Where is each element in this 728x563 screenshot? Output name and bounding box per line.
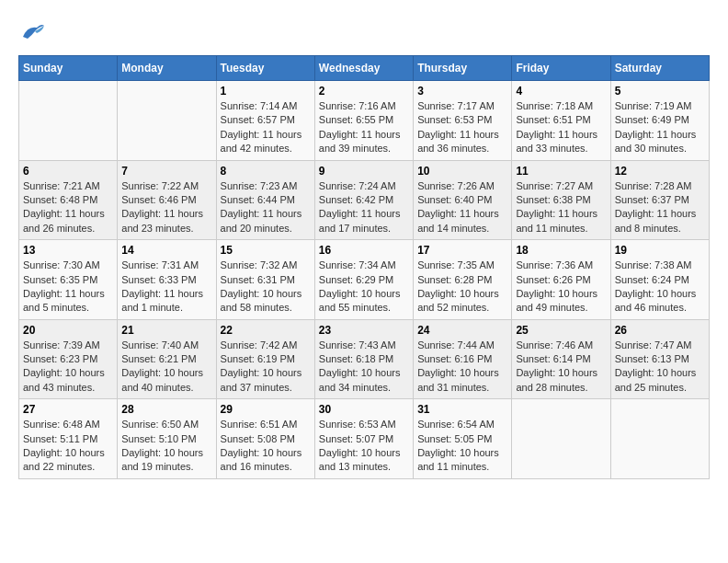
day-number: 17 xyxy=(417,244,507,257)
calendar-cell: 20Sunrise: 7:39 AM Sunset: 6:23 PM Dayli… xyxy=(19,319,118,399)
calendar-week-row: 6Sunrise: 7:21 AM Sunset: 6:48 PM Daylig… xyxy=(19,160,710,240)
day-info: Sunrise: 7:17 AM Sunset: 6:53 PM Dayligh… xyxy=(417,99,507,156)
day-info: Sunrise: 7:43 AM Sunset: 6:18 PM Dayligh… xyxy=(319,339,409,396)
day-info: Sunrise: 6:48 AM Sunset: 5:11 PM Dayligh… xyxy=(23,418,113,475)
day-number: 3 xyxy=(417,85,507,98)
day-info: Sunrise: 7:39 AM Sunset: 6:23 PM Dayligh… xyxy=(23,339,113,396)
calendar-cell: 24Sunrise: 7:44 AM Sunset: 6:16 PM Dayli… xyxy=(414,319,512,399)
calendar-cell xyxy=(610,399,709,479)
calendar-cell: 5Sunrise: 7:19 AM Sunset: 6:49 PM Daylig… xyxy=(610,81,709,161)
day-number: 2 xyxy=(319,85,409,98)
calendar-cell: 27Sunrise: 6:48 AM Sunset: 5:11 PM Dayli… xyxy=(19,399,118,479)
weekday-header: Wednesday xyxy=(314,56,413,81)
day-number: 13 xyxy=(23,244,113,257)
calendar-cell: 17Sunrise: 7:35 AM Sunset: 6:28 PM Dayli… xyxy=(414,240,512,320)
calendar-cell xyxy=(118,81,216,161)
day-info: Sunrise: 7:30 AM Sunset: 6:35 PM Dayligh… xyxy=(23,259,113,316)
day-info: Sunrise: 7:44 AM Sunset: 6:16 PM Dayligh… xyxy=(417,339,507,396)
day-number: 15 xyxy=(221,244,311,257)
calendar-cell: 6Sunrise: 7:21 AM Sunset: 6:48 PM Daylig… xyxy=(19,160,118,240)
calendar-cell: 16Sunrise: 7:34 AM Sunset: 6:29 PM Dayli… xyxy=(314,240,413,320)
day-info: Sunrise: 7:46 AM Sunset: 6:14 PM Dayligh… xyxy=(516,339,606,396)
calendar-cell: 7Sunrise: 7:22 AM Sunset: 6:46 PM Daylig… xyxy=(118,160,216,240)
calendar-cell: 30Sunrise: 6:53 AM Sunset: 5:07 PM Dayli… xyxy=(314,399,413,479)
day-info: Sunrise: 6:53 AM Sunset: 5:07 PM Dayligh… xyxy=(319,418,409,475)
day-info: Sunrise: 7:27 AM Sunset: 6:38 PM Dayligh… xyxy=(516,179,606,236)
calendar-cell: 26Sunrise: 7:47 AM Sunset: 6:13 PM Dayli… xyxy=(610,319,709,399)
day-number: 6 xyxy=(23,165,113,178)
calendar-table: SundayMondayTuesdayWednesdayThursdayFrid… xyxy=(18,55,710,479)
calendar-cell: 28Sunrise: 6:50 AM Sunset: 5:10 PM Dayli… xyxy=(118,399,216,479)
day-number: 12 xyxy=(615,165,705,178)
day-info: Sunrise: 7:47 AM Sunset: 6:13 PM Dayligh… xyxy=(615,339,705,396)
calendar-cell: 29Sunrise: 6:51 AM Sunset: 5:08 PM Dayli… xyxy=(216,399,314,479)
calendar-week-row: 1Sunrise: 7:14 AM Sunset: 6:57 PM Daylig… xyxy=(19,81,710,161)
calendar-week-row: 20Sunrise: 7:39 AM Sunset: 6:23 PM Dayli… xyxy=(19,319,710,399)
calendar-cell: 11Sunrise: 7:27 AM Sunset: 6:38 PM Dayli… xyxy=(512,160,610,240)
day-info: Sunrise: 7:36 AM Sunset: 6:26 PM Dayligh… xyxy=(516,259,606,316)
day-number: 1 xyxy=(221,85,311,98)
calendar-cell: 23Sunrise: 7:43 AM Sunset: 6:18 PM Dayli… xyxy=(314,319,413,399)
day-info: Sunrise: 7:35 AM Sunset: 6:28 PM Dayligh… xyxy=(417,259,507,316)
calendar-cell: 14Sunrise: 7:31 AM Sunset: 6:33 PM Dayli… xyxy=(118,240,216,320)
day-info: Sunrise: 7:23 AM Sunset: 6:44 PM Dayligh… xyxy=(221,179,311,236)
page-header xyxy=(18,18,710,46)
calendar-body: 1Sunrise: 7:14 AM Sunset: 6:57 PM Daylig… xyxy=(19,81,710,479)
weekday-header: Tuesday xyxy=(216,56,314,81)
calendar-cell: 18Sunrise: 7:36 AM Sunset: 6:26 PM Dayli… xyxy=(512,240,610,320)
weekday-row: SundayMondayTuesdayWednesdayThursdayFrid… xyxy=(19,56,710,81)
calendar-cell: 12Sunrise: 7:28 AM Sunset: 6:37 PM Dayli… xyxy=(610,160,709,240)
weekday-header: Sunday xyxy=(19,56,118,81)
weekday-header: Monday xyxy=(118,56,216,81)
day-info: Sunrise: 7:19 AM Sunset: 6:49 PM Dayligh… xyxy=(615,99,705,156)
day-info: Sunrise: 6:51 AM Sunset: 5:08 PM Dayligh… xyxy=(221,418,311,475)
day-number: 8 xyxy=(221,165,311,178)
day-number: 29 xyxy=(221,403,311,416)
day-number: 21 xyxy=(121,324,211,337)
day-info: Sunrise: 7:22 AM Sunset: 6:46 PM Dayligh… xyxy=(121,179,211,236)
calendar-cell: 8Sunrise: 7:23 AM Sunset: 6:44 PM Daylig… xyxy=(216,160,314,240)
calendar-cell xyxy=(512,399,610,479)
day-number: 4 xyxy=(516,85,606,98)
day-number: 26 xyxy=(615,324,705,337)
day-info: Sunrise: 7:18 AM Sunset: 6:51 PM Dayligh… xyxy=(516,99,606,156)
weekday-header: Friday xyxy=(512,56,610,81)
day-number: 16 xyxy=(319,244,409,257)
calendar-cell: 1Sunrise: 7:14 AM Sunset: 6:57 PM Daylig… xyxy=(216,81,314,161)
logo-icon xyxy=(18,18,46,46)
day-number: 22 xyxy=(221,324,311,337)
calendar-week-row: 27Sunrise: 6:48 AM Sunset: 5:11 PM Dayli… xyxy=(19,399,710,479)
calendar-cell: 31Sunrise: 6:54 AM Sunset: 5:05 PM Dayli… xyxy=(414,399,512,479)
day-number: 27 xyxy=(23,403,113,416)
calendar-header: SundayMondayTuesdayWednesdayThursdayFrid… xyxy=(19,56,710,81)
day-number: 25 xyxy=(516,324,606,337)
calendar-cell: 13Sunrise: 7:30 AM Sunset: 6:35 PM Dayli… xyxy=(19,240,118,320)
calendar-cell xyxy=(19,81,118,161)
day-number: 14 xyxy=(121,244,211,257)
day-number: 24 xyxy=(417,324,507,337)
day-number: 9 xyxy=(319,165,409,178)
weekday-header: Thursday xyxy=(414,56,512,81)
calendar-cell: 9Sunrise: 7:24 AM Sunset: 6:42 PM Daylig… xyxy=(314,160,413,240)
day-info: Sunrise: 7:32 AM Sunset: 6:31 PM Dayligh… xyxy=(221,259,311,316)
day-number: 19 xyxy=(615,244,705,257)
calendar-cell: 25Sunrise: 7:46 AM Sunset: 6:14 PM Dayli… xyxy=(512,319,610,399)
calendar-cell: 21Sunrise: 7:40 AM Sunset: 6:21 PM Dayli… xyxy=(118,319,216,399)
calendar-cell: 2Sunrise: 7:16 AM Sunset: 6:55 PM Daylig… xyxy=(314,81,413,161)
day-number: 18 xyxy=(516,244,606,257)
day-number: 23 xyxy=(319,324,409,337)
day-info: Sunrise: 6:50 AM Sunset: 5:10 PM Dayligh… xyxy=(121,418,211,475)
day-info: Sunrise: 7:38 AM Sunset: 6:24 PM Dayligh… xyxy=(615,259,705,316)
day-number: 30 xyxy=(319,403,409,416)
day-number: 31 xyxy=(417,403,507,416)
day-info: Sunrise: 6:54 AM Sunset: 5:05 PM Dayligh… xyxy=(417,418,507,475)
logo xyxy=(18,18,50,46)
calendar-cell: 22Sunrise: 7:42 AM Sunset: 6:19 PM Dayli… xyxy=(216,319,314,399)
calendar-cell: 10Sunrise: 7:26 AM Sunset: 6:40 PM Dayli… xyxy=(414,160,512,240)
day-info: Sunrise: 7:34 AM Sunset: 6:29 PM Dayligh… xyxy=(319,259,409,316)
day-info: Sunrise: 7:42 AM Sunset: 6:19 PM Dayligh… xyxy=(221,339,311,396)
day-info: Sunrise: 7:16 AM Sunset: 6:55 PM Dayligh… xyxy=(319,99,409,156)
day-info: Sunrise: 7:40 AM Sunset: 6:21 PM Dayligh… xyxy=(121,339,211,396)
day-info: Sunrise: 7:26 AM Sunset: 6:40 PM Dayligh… xyxy=(417,179,507,236)
day-info: Sunrise: 7:31 AM Sunset: 6:33 PM Dayligh… xyxy=(121,259,211,316)
